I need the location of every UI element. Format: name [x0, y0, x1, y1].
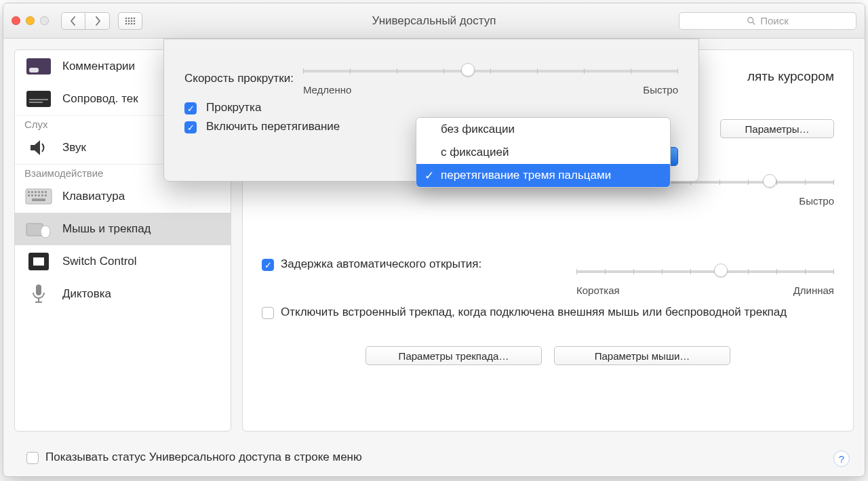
svg-point-5: [128, 20, 130, 22]
sidebar-item-switch-control[interactable]: Switch Control: [15, 245, 231, 278]
svg-point-0: [125, 17, 127, 19]
dropdown-item-three-finger[interactable]: перетягивание тремя пальцами: [416, 164, 670, 187]
svg-rect-18: [29, 102, 43, 103]
svg-rect-29: [38, 194, 40, 196]
svg-line-13: [753, 22, 755, 24]
ignore-trackpad-label: Отключить встроенный трекпад, когда подк…: [281, 306, 787, 319]
svg-rect-26: [28, 194, 30, 196]
svg-point-10: [131, 22, 133, 24]
footer-row: Показывать статус Универсального доступа…: [26, 451, 362, 464]
svg-point-12: [748, 17, 753, 22]
search-input[interactable]: Поиск: [679, 12, 856, 30]
svg-point-11: [134, 22, 136, 24]
svg-rect-27: [31, 194, 33, 196]
sidebar-item-label: Звук: [62, 141, 86, 154]
sidebar-item-label: Сопровод. тек: [62, 92, 138, 106]
svg-rect-22: [35, 191, 37, 193]
scrolling-label: Прокрутка: [206, 101, 261, 114]
sidebar-item-keyboard[interactable]: Клавиатура: [15, 180, 231, 213]
svg-point-2: [131, 17, 133, 19]
svg-rect-30: [41, 194, 43, 196]
svg-rect-31: [45, 194, 47, 196]
captions-icon: [24, 56, 53, 77]
scrolling-row: Прокрутка: [184, 101, 678, 114]
help-button[interactable]: ?: [833, 451, 850, 467]
close-icon[interactable]: [12, 16, 20, 25]
svg-rect-17: [29, 99, 48, 100]
svg-rect-33: [26, 224, 43, 236]
cursor-control-heading: лять курсором: [747, 69, 834, 84]
subtitles-icon: [24, 88, 53, 110]
scroll-speed-slider[interactable]: [303, 61, 678, 81]
svg-rect-32: [32, 198, 45, 201]
svg-rect-37: [36, 285, 41, 295]
ignore-trackpad-row: Отключить встроенный трекпад, когда подк…: [262, 306, 834, 319]
sidebar-item-mouse-trackpad[interactable]: Мышь и трекпад: [15, 213, 231, 245]
svg-rect-23: [38, 191, 40, 193]
options-button[interactable]: Параметры…: [720, 119, 834, 138]
preferences-window: Универсальный доступ Поиск Комментарии С…: [3, 3, 865, 477]
mouse-options-button[interactable]: Параметры мыши…: [554, 346, 730, 365]
titlebar: Универсальный доступ Поиск: [3, 3, 865, 39]
sidebar-item-label: Клавиатура: [62, 190, 125, 203]
sidebar-item-label: Мышь и трекпад: [62, 222, 151, 236]
sidebar-item-label: Switch Control: [62, 255, 137, 268]
svg-rect-15: [29, 68, 39, 72]
search-placeholder: Поиск: [760, 15, 789, 26]
svg-rect-28: [35, 194, 37, 196]
svg-point-7: [134, 20, 136, 22]
svg-point-1: [128, 17, 130, 19]
dragging-style-dropdown: без фиксации с фиксацией перетягивание т…: [416, 117, 671, 188]
svg-rect-20: [28, 191, 30, 193]
sidebar-item-dictation[interactable]: Диктовка: [15, 278, 231, 310]
spring-loading-slider[interactable]: [576, 262, 834, 282]
nav-buttons: [61, 12, 110, 30]
switch-control-icon: [24, 251, 53, 272]
options-buttons-row: Параметры трекпада… Параметры мыши…: [262, 346, 834, 365]
speaker-icon: [24, 137, 53, 159]
scrolling-checkbox[interactable]: [184, 102, 197, 114]
search-icon: [747, 16, 756, 26]
scroll-speed-label: Скорость прокрутки:: [184, 72, 294, 85]
enable-dragging-label: Включить перетягивание: [206, 120, 340, 133]
microphone-icon: [24, 283, 53, 305]
forward-button[interactable]: [85, 12, 110, 30]
svg-point-4: [125, 20, 127, 22]
keyboard-icon: [24, 186, 53, 207]
slider-thumb[interactable]: [714, 264, 728, 277]
svg-rect-36: [33, 257, 44, 266]
show-status-label: Показывать статус Универсального доступа…: [45, 451, 362, 464]
svg-rect-21: [31, 191, 33, 193]
minimize-icon[interactable]: [26, 16, 35, 25]
enable-dragging-checkbox[interactable]: [184, 121, 197, 133]
trackpad-options-button[interactable]: Параметры трекпада…: [366, 346, 542, 365]
svg-point-6: [131, 20, 133, 22]
slider-thumb[interactable]: [763, 174, 776, 188]
show-status-checkbox[interactable]: [26, 452, 39, 464]
show-all-button[interactable]: [118, 12, 142, 30]
svg-point-9: [128, 22, 130, 24]
zoom-icon[interactable]: [40, 16, 49, 25]
spring-loading-checkbox[interactable]: [262, 259, 274, 271]
dropdown-item-with-lock[interactable]: с фиксацией: [416, 141, 670, 164]
traffic-lights: [12, 16, 49, 25]
spring-loading-row: Задержка автоматического открытия: Корот…: [262, 257, 834, 296]
svg-point-34: [41, 226, 50, 238]
spring-loading-label: Задержка автоматического открытия:: [281, 257, 481, 270]
scroll-speed-row: Скорость прокрутки: МедленноБыстро: [184, 61, 678, 96]
svg-point-8: [125, 22, 127, 24]
back-button[interactable]: [61, 12, 85, 30]
svg-rect-25: [45, 191, 47, 193]
svg-point-3: [134, 17, 136, 19]
slider-thumb[interactable]: [461, 63, 475, 77]
svg-rect-24: [41, 191, 43, 193]
sidebar-item-label: Диктовка: [62, 287, 111, 301]
ignore-trackpad-checkbox[interactable]: [262, 307, 274, 319]
sidebar-item-label: Комментарии: [62, 60, 135, 73]
dropdown-item-without-lock[interactable]: без фиксации: [416, 118, 670, 141]
mouse-trackpad-icon: [24, 218, 53, 240]
